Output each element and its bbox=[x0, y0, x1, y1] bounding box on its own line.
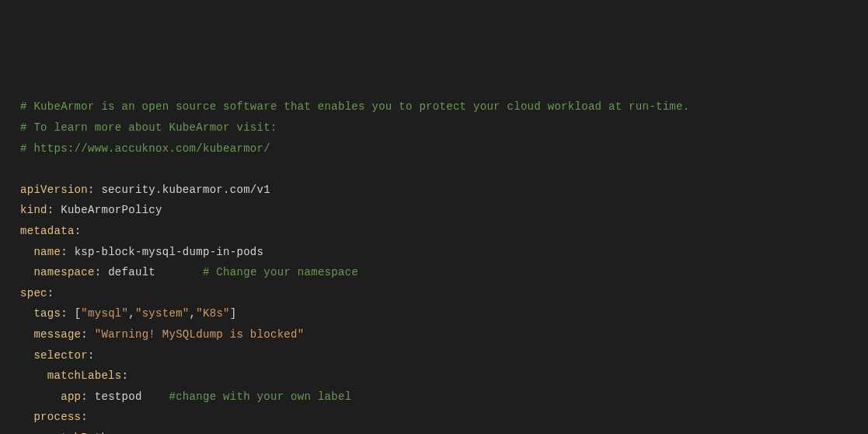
yaml-value-namespace: default bbox=[108, 266, 155, 278]
yaml-value-name: ksp-block-mysql-dump-in-pods bbox=[75, 246, 264, 258]
colon: : bbox=[88, 184, 101, 196]
yaml-value-kind: KubeArmorPolicy bbox=[61, 204, 162, 216]
colon: : bbox=[122, 369, 129, 382]
yaml-key-matchlabels: matchLabels bbox=[47, 369, 122, 382]
comma: , bbox=[128, 307, 135, 320]
comment-label: #change with your own label bbox=[169, 390, 351, 403]
bracket-close: ] bbox=[230, 307, 237, 320]
yaml-key-namespace: namespace bbox=[33, 266, 94, 278]
colon: : bbox=[75, 225, 82, 237]
yaml-value-app: testpod bbox=[95, 390, 142, 403]
yaml-value-message: "Warning! MySQLdump is blocked" bbox=[95, 328, 305, 341]
colon: : bbox=[61, 246, 74, 258]
yaml-key-tags: tags bbox=[33, 307, 61, 320]
yaml-key-message: message bbox=[33, 328, 81, 341]
yaml-key-name: name bbox=[33, 246, 61, 258]
colon: : bbox=[81, 390, 94, 403]
colon: : bbox=[61, 307, 74, 320]
colon: : bbox=[47, 204, 61, 216]
yaml-key-spec: spec bbox=[20, 287, 47, 299]
yaml-key-metadata: metadata bbox=[20, 225, 75, 237]
comment-line-1: # KubeArmor is an open source software t… bbox=[20, 100, 689, 113]
yaml-value-apiversion: security.kubearmor.com/v1 bbox=[101, 184, 270, 196]
comment-line-3: # https://www.accuknox.com/kubearmor/ bbox=[20, 142, 270, 155]
yaml-tag-2: "system" bbox=[135, 307, 190, 320]
yaml-key-app: app bbox=[61, 390, 81, 403]
yaml-key-apiversion: apiVersion bbox=[20, 184, 88, 196]
yaml-key-selector: selector bbox=[33, 349, 88, 362]
colon: : bbox=[47, 287, 54, 299]
yaml-key-process: process bbox=[33, 411, 81, 423]
colon: : bbox=[81, 411, 88, 423]
comment-namespace: # Change your namespace bbox=[203, 266, 358, 278]
colon: : bbox=[81, 328, 94, 341]
code-block: # KubeArmor is an open source software t… bbox=[20, 96, 848, 434]
yaml-tag-1: "mysql" bbox=[81, 307, 128, 320]
yaml-tag-3: "K8s" bbox=[196, 307, 230, 320]
colon: : bbox=[95, 266, 108, 278]
colon: : bbox=[88, 349, 95, 362]
yaml-key-kind: kind bbox=[20, 204, 47, 216]
comment-line-2: # To learn more about KubeArmor visit: bbox=[20, 121, 277, 134]
comma: , bbox=[190, 307, 197, 320]
